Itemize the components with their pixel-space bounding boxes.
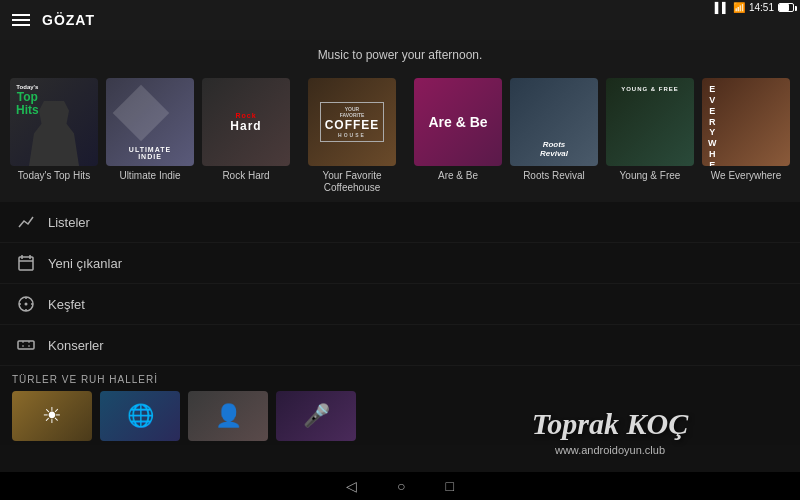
- app-header: GÖZAT: [0, 0, 800, 40]
- arebe-text: Are & Be: [414, 78, 502, 166]
- playlist-thumb-roots: RootsRevival: [510, 78, 598, 166]
- compass-icon: [16, 294, 36, 314]
- menu-item-kesfet[interactable]: Keşfet: [0, 284, 800, 325]
- playlist-thumb-arebe: Are & Be: [414, 78, 502, 166]
- genre-row: ☀ 🌐 👤 🎤: [12, 391, 788, 441]
- everywhere-text: WEEVERYWHERE: [708, 78, 717, 166]
- mic-icon: 🎤: [303, 403, 330, 429]
- playlist-card-rock[interactable]: Rock Hard Rock Hard: [202, 78, 290, 194]
- playlist-label-coffee: Your Favorite Coffeehouse: [298, 170, 406, 194]
- header-title: GÖZAT: [42, 12, 95, 28]
- konserler-label: Konserler: [48, 338, 104, 353]
- playlist-thumb-top-hits: Today's Top Hits: [10, 78, 98, 166]
- status-signal: ▌▌: [715, 2, 729, 13]
- sun-icon: ☀: [42, 403, 62, 429]
- playlist-thumb-indie: ULTIMATEINDIE: [106, 78, 194, 166]
- menu-item-listeler[interactable]: Listeler: [0, 202, 800, 243]
- playlist-card-young[interactable]: YOUNG & FREE Young & Free: [606, 78, 694, 194]
- playlist-thumb-coffee: YOUR FAVORITE COFFEE HOUSE: [308, 78, 396, 166]
- roots-text: RootsRevival: [540, 140, 568, 158]
- playlist-label-arebe: Are & Be: [438, 170, 478, 182]
- playlist-card-top-hits[interactable]: Today's Top Hits Today's Top Hits: [10, 78, 98, 194]
- globe-icon: 🌐: [127, 403, 154, 429]
- playlist-thumb-rock: Rock Hard: [202, 78, 290, 166]
- svg-rect-10: [18, 341, 34, 349]
- status-time: 14:51: [749, 2, 774, 13]
- playlist-label-roots: Roots Revival: [523, 170, 585, 182]
- nav-back-button[interactable]: ◁: [346, 478, 357, 494]
- playlist-label-young: Young & Free: [620, 170, 681, 182]
- svg-point-5: [25, 303, 28, 306]
- genre-card-mic[interactable]: 🎤: [276, 391, 356, 441]
- status-bar: ▌▌ 📶 14:51: [709, 0, 800, 15]
- hard-label: Hard: [230, 119, 261, 133]
- battery-icon: [778, 3, 794, 12]
- genre-card-person[interactable]: 👤: [188, 391, 268, 441]
- subtitle-text: Music to power your afternoon.: [318, 48, 483, 62]
- coffee-border: YOUR FAVORITE COFFEE HOUSE: [320, 102, 385, 142]
- coffee-house: HOUSE: [325, 132, 380, 138]
- svg-rect-0: [19, 257, 33, 270]
- playlist-card-indie[interactable]: ULTIMATEINDIE Ultimate Indie: [106, 78, 194, 194]
- coffee-name: COFFEE: [325, 118, 380, 132]
- playlist-row: Today's Top Hits Today's Top Hits ULTIMA…: [0, 70, 800, 202]
- genre-card-sunny[interactable]: ☀: [12, 391, 92, 441]
- person-icon: 👤: [215, 403, 242, 429]
- nav-recent-button[interactable]: □: [446, 478, 454, 494]
- subtitle-bar: Music to power your afternoon.: [0, 40, 800, 70]
- rock-label: Rock: [235, 112, 256, 119]
- menu-item-yeni[interactable]: Yeni çıkanlar: [0, 243, 800, 284]
- calendar-icon: [16, 253, 36, 273]
- genre-title: TÜRLER VE RUH HALLERİ: [12, 374, 788, 385]
- playlist-card-everywhere[interactable]: WEEVERYWHERE We Everywhere: [702, 78, 790, 194]
- indie-shape: [113, 85, 170, 142]
- playlist-label-rock: Rock Hard: [222, 170, 269, 182]
- status-wifi: 📶: [733, 2, 745, 13]
- nav-bar: ◁ ○ □: [0, 472, 800, 500]
- playlist-label-indie: Ultimate Indie: [119, 170, 180, 182]
- watermark-url: www.androidoyun.club: [555, 444, 665, 456]
- yeni-label: Yeni çıkanlar: [48, 256, 122, 271]
- chart-icon: [16, 212, 36, 232]
- playlist-label-top-hits: Today's Top Hits: [18, 170, 90, 182]
- kesfet-label: Keşfet: [48, 297, 85, 312]
- playlist-card-arebe[interactable]: Are & Be Are & Be: [414, 78, 502, 194]
- young-text: YOUNG & FREE: [621, 86, 679, 92]
- playlist-label-everywhere: We Everywhere: [711, 170, 781, 182]
- playlist-thumb-everywhere: WEEVERYWHERE: [702, 78, 790, 166]
- ticket-icon: [16, 335, 36, 355]
- sidebar-menu: Listeler Yeni çıkanlar Keşfet: [0, 202, 800, 366]
- menu-item-konserler[interactable]: Konserler: [0, 325, 800, 366]
- playlist-card-roots[interactable]: RootsRevival Roots Revival: [510, 78, 598, 194]
- playlist-thumb-young: YOUNG & FREE: [606, 78, 694, 166]
- hamburger-menu[interactable]: [12, 14, 30, 26]
- genre-card-globe[interactable]: 🌐: [100, 391, 180, 441]
- nav-home-button[interactable]: ○: [397, 478, 405, 494]
- genre-section: TÜRLER VE RUH HALLERİ ☀ 🌐 👤 🎤: [0, 366, 800, 445]
- playlist-card-coffee[interactable]: YOUR FAVORITE COFFEE HOUSE Your Favorite…: [298, 78, 406, 194]
- listeler-label: Listeler: [48, 215, 90, 230]
